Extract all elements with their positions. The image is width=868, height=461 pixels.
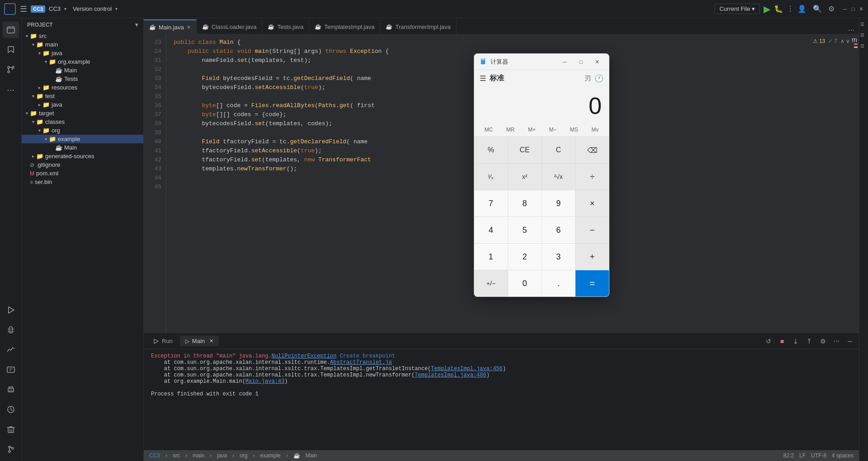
run-icon[interactable]: ▶ (764, 4, 770, 14)
more-options-icon[interactable]: ⋮ (787, 5, 794, 13)
tree-item-org-example[interactable]: ▾ 📁 org.example (22, 57, 143, 66)
tree-item-org[interactable]: ▾ 📁 org (22, 126, 143, 135)
calc-2-button[interactable]: 2 (508, 244, 542, 270)
calc-9-button[interactable]: 9 (542, 190, 576, 216)
term-link-templates486[interactable]: TemplatesImpl.java:486 (415, 372, 486, 378)
calc-decimal-button[interactable]: . (542, 270, 576, 296)
panel-stop-icon[interactable]: ■ (777, 336, 788, 347)
calc-equals-button[interactable]: = (576, 270, 609, 296)
vc-dropdown-icon[interactable]: ▾ (115, 6, 118, 11)
settings-icon[interactable]: ⚙ (828, 5, 835, 13)
tab-more-button[interactable]: ⋯ (844, 27, 859, 34)
user-icon[interactable]: 👤 (797, 5, 807, 13)
tree-item-pom[interactable]: M pom.xml (22, 169, 143, 178)
calc-square-button[interactable]: x² (508, 164, 542, 190)
calc-history-icon[interactable]: 🕐 (594, 74, 604, 83)
calc-mode-icon[interactable]: 刃 (585, 75, 591, 83)
panel-scroll-up-icon[interactable]: ⤒ (804, 336, 815, 347)
tab-main-java[interactable]: ☕ Main.java ✕ (144, 19, 197, 34)
calc-close-button[interactable]: ✕ (591, 56, 604, 68)
sidebar-item-git[interactable] (3, 61, 19, 78)
sidebar-item-project[interactable] (3, 22, 19, 38)
calc-subtract-button[interactable]: − (576, 217, 609, 243)
panel-restart-icon[interactable]: ↺ (763, 336, 774, 347)
minimize-button[interactable]: ─ (842, 6, 848, 12)
calc-reciprocal-button[interactable]: ¹⁄ₓ (474, 164, 508, 190)
calc-sqrt-button[interactable]: ²√x (542, 164, 576, 190)
calc-multiply-button[interactable]: × (576, 190, 609, 216)
sidebar-item-more[interactable]: ··· (3, 81, 19, 98)
calc-4-button[interactable]: 4 (474, 217, 508, 243)
panel-collapse-icon[interactable]: ─ (844, 336, 855, 347)
calc-3-button[interactable]: 3 (542, 244, 576, 270)
tree-item-tests[interactable]: ☕ Tests (22, 75, 143, 83)
sidebar-item-profiler[interactable] (3, 342, 19, 358)
project-dropdown-icon[interactable]: ▾ (64, 6, 66, 11)
tree-item-serbin[interactable]: ≡ ser.bin (22, 178, 143, 186)
calc-7-button[interactable]: 7 (474, 190, 508, 216)
tree-item-resources[interactable]: ▸ 📁 resources (22, 83, 143, 92)
panel-more-icon[interactable]: ⋯ (831, 336, 842, 347)
calc-mc-button[interactable]: MC (482, 125, 496, 135)
close-button[interactable]: ✕ (858, 6, 864, 12)
tree-item-gitignore[interactable]: ⊘ .gitignore (22, 160, 143, 169)
calc-8-button[interactable]: 8 (508, 190, 542, 216)
panel-tab-main-close[interactable]: ✕ (209, 338, 213, 344)
calc-ce-button[interactable]: CE (508, 137, 542, 163)
sidebar-item-run[interactable] (3, 302, 19, 318)
current-file-button[interactable]: Current File ▾ (714, 4, 760, 14)
tree-item-example[interactable]: ▾ 📁 example (22, 135, 143, 143)
status-encoding[interactable]: UTF-8 (811, 452, 826, 459)
calc-backspace-button[interactable]: ⌫ (576, 137, 609, 163)
calc-percent-button[interactable]: % (474, 137, 508, 163)
calc-mv-button[interactable]: Mv (589, 125, 601, 135)
calc-mplus-button[interactable]: M+ (525, 125, 538, 135)
tree-item-generated-sources[interactable]: ▸ 📁 generated-sources (22, 152, 143, 160)
sidebar-item-printer[interactable] (3, 381, 19, 398)
tab-transformerimpl-java[interactable]: ☕ TransformerImpl.java (380, 19, 456, 34)
panel-tab-main[interactable]: ▷ Main ✕ (180, 336, 219, 346)
calc-negate-button[interactable]: +/− (474, 270, 508, 296)
tab-classloader-java[interactable]: ☕ ClassLoader.java (197, 19, 263, 34)
right-tool-icon-1[interactable]: ☰ (860, 22, 868, 29)
calc-add-button[interactable]: + (576, 244, 609, 270)
sidebar-item-trash[interactable] (3, 421, 19, 437)
panel-tab-run[interactable]: Run (147, 336, 178, 346)
right-tool-icon-2[interactable]: ☰ (860, 33, 868, 40)
tree-item-main[interactable]: ▾ 📁 main (22, 40, 143, 49)
tab-close-main[interactable]: ✕ (187, 24, 191, 30)
tree-item-java1[interactable]: ▾ 📁 java (22, 49, 143, 57)
term-link-main43[interactable]: Main.java:43 (245, 378, 284, 385)
status-position[interactable]: 82:2 (783, 452, 794, 459)
tab-templatesimpl-java[interactable]: ☕ TemplatesImpl.java (309, 19, 380, 34)
panel-scroll-down-icon[interactable]: ⤓ (790, 336, 801, 347)
panel-settings-icon[interactable]: ⚙ (817, 336, 828, 347)
calc-5-button[interactable]: 5 (508, 217, 542, 243)
term-link-npe[interactable]: NullPointerException (271, 353, 336, 359)
tree-item-src[interactable]: ▾ 📁 src (22, 32, 143, 40)
tree-item-java2[interactable]: ▸ 📁 java (22, 100, 143, 109)
term-link-templates456[interactable]: TemplatesImpl.java:456 (431, 366, 502, 372)
calc-mminus-button[interactable]: M− (546, 125, 559, 135)
calc-6-button[interactable]: 6 (542, 217, 576, 243)
calc-c-button[interactable]: C (542, 137, 576, 163)
calc-minimize-button[interactable]: ─ (558, 56, 571, 68)
sidebar-item-bookmark[interactable] (3, 42, 19, 58)
maximize-button[interactable]: □ (850, 6, 856, 12)
term-link-abstract[interactable]: AbstractTranslet.ja (330, 359, 392, 366)
debug-icon[interactable]: 🐛 (774, 5, 783, 13)
search-icon[interactable]: 🔍 (813, 5, 822, 13)
status-line-ending[interactable]: LF (799, 452, 806, 459)
create-breakpoint-link[interactable]: Create breakpoint (340, 353, 395, 359)
tree-item-target[interactable]: ▾ 📁 target (22, 109, 143, 118)
right-tool-icon-3[interactable]: ☰ (860, 43, 868, 51)
sidebar-item-preview[interactable] (3, 362, 19, 378)
calc-maximize-button[interactable]: □ (575, 56, 587, 68)
tree-item-main-java[interactable]: ☕ Main (22, 66, 143, 75)
calc-0-button[interactable]: 0 (508, 270, 542, 296)
sidebar-item-debug[interactable] (3, 322, 19, 338)
sidebar-item-git-branch[interactable] (3, 441, 19, 457)
hamburger-menu-icon[interactable]: ☰ (20, 4, 27, 14)
calc-1-button[interactable]: 1 (474, 244, 508, 270)
calc-mr-button[interactable]: MR (504, 125, 518, 135)
